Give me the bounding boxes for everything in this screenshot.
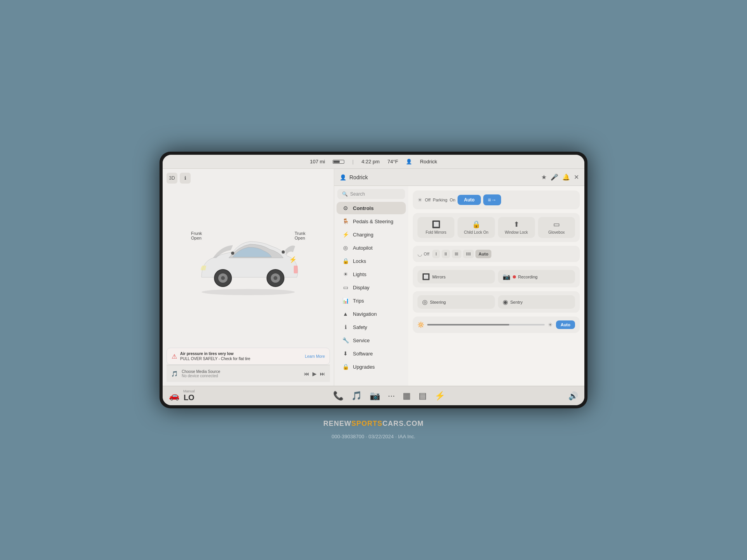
- menu-item-lights[interactable]: ☀ Lights: [337, 268, 406, 280]
- left-panel: 3D ℹ Frunk Open Trunk Open: [163, 169, 334, 386]
- wipers-section: ◡ Off I II III IIII Auto: [413, 246, 580, 262]
- taskbar-left: 🚗 Manual LO: [169, 389, 247, 402]
- gear-display: Manual LO: [183, 389, 195, 402]
- watermark-cars: CARS.COM: [382, 420, 424, 427]
- wiper-btn-auto[interactable]: Auto: [475, 250, 491, 258]
- glovebox-label: Glovebox: [548, 230, 565, 235]
- alert-learn-more[interactable]: Learn More: [305, 354, 325, 359]
- wiper-btn-1[interactable]: I: [432, 250, 440, 258]
- light-auto-button[interactable]: Auto: [458, 195, 480, 205]
- beam-button[interactable]: ≡→: [483, 194, 501, 205]
- steering-button[interactable]: ◎ Steering: [417, 295, 495, 309]
- menu-item-safety[interactable]: ℹ Safety: [337, 321, 406, 333]
- list-icon[interactable]: ▤: [419, 391, 427, 401]
- sentry-icon: ◉: [503, 298, 508, 306]
- watermark-sub: 000-39038700 · 03/22/2024 · IAA Inc.: [331, 434, 415, 439]
- media-next-button[interactable]: ⏭: [320, 371, 325, 377]
- mic-icon[interactable]: 🎤: [551, 173, 558, 181]
- controls-icon: ⊙: [342, 205, 349, 211]
- fold-mirrors-label: Fold Mirrors: [426, 230, 446, 235]
- window-lock-label: Window Lock: [505, 230, 528, 235]
- window-lock-button[interactable]: ⬆ Window Lock: [498, 217, 535, 238]
- brightness-high-icon: ☀: [548, 322, 553, 328]
- menu-item-upgrades[interactable]: 🔒 Upgrades: [337, 360, 406, 373]
- taskbar-center: 📞 🎵 📷 ··· ▦ ▤ ⚡: [247, 391, 531, 401]
- media-play-button[interactable]: ▶: [312, 371, 317, 377]
- steering-icon: ◎: [422, 298, 428, 306]
- settings-icon[interactable]: ✕: [574, 173, 579, 181]
- volume-taskbar-icon[interactable]: 🔊: [568, 391, 578, 401]
- time-display: 4:22 pm: [361, 159, 380, 164]
- more-icon[interactable]: ···: [388, 391, 395, 401]
- menu-item-autopilot[interactable]: ◎ Autopilot: [337, 242, 406, 254]
- grid-icon[interactable]: ▦: [403, 391, 411, 401]
- search-box[interactable]: 🔍 Search: [337, 189, 405, 199]
- menu-item-trips[interactable]: 📊 Trips: [337, 294, 406, 307]
- menu-label-autopilot: Autopilot: [353, 245, 373, 251]
- service-icon: 🔧: [342, 337, 349, 343]
- fold-mirrors-button[interactable]: 🔲 Fold Mirrors: [417, 217, 454, 238]
- menu-item-navigation[interactable]: ▲ Navigation: [337, 308, 406, 320]
- wiper-btn-3[interactable]: III: [452, 250, 461, 258]
- brightness-auto-button[interactable]: Auto: [556, 320, 575, 329]
- frunk-label: Frunk Open: [190, 231, 203, 241]
- camera-icon[interactable]: 📷: [370, 391, 380, 401]
- media-label2: No device connected: [182, 374, 300, 378]
- media-label1: Choose Media Source: [182, 369, 300, 374]
- svg-point-6: [274, 276, 277, 280]
- wiper-icon: ◡: [417, 251, 422, 257]
- media-bar: 🎵 Choose Media Source No device connecte…: [167, 365, 330, 382]
- status-bar: 107 mi | 4:22 pm 74°F 👤 Rodrick: [163, 155, 584, 169]
- locks-icon: 🔒: [342, 258, 349, 264]
- menu-item-display[interactable]: ▭ Display: [337, 281, 406, 294]
- child-lock-button[interactable]: 🔒 Child Lock On: [458, 217, 494, 238]
- menu-item-service[interactable]: 🔧 Service: [337, 334, 406, 346]
- menu-label-upgrades: Upgrades: [353, 364, 375, 370]
- user-header: 👤 Rodrick ★ 🎤 🔔 ✕: [334, 169, 584, 186]
- media-prev-button[interactable]: ⏮: [304, 371, 309, 377]
- 3d-view-button[interactable]: 3D: [167, 173, 177, 184]
- brightness-slider[interactable]: [427, 324, 545, 326]
- main-content: 3D ℹ Frunk Open Trunk Open: [163, 169, 584, 386]
- car-visualization: Frunk Open Trunk Open: [167, 187, 330, 345]
- menu-label-service: Service: [353, 338, 370, 343]
- wiper-btn-4[interactable]: IIII: [463, 250, 474, 258]
- menu-item-locks[interactable]: 🔒 Locks: [337, 255, 406, 267]
- pedals-icon: 🪑: [342, 218, 349, 224]
- watermark: RENEWSPORTSCARS.COM: [323, 420, 424, 428]
- bluetooth-icon[interactable]: ⚡: [435, 391, 445, 401]
- car-svg: ⚡: [186, 227, 310, 297]
- mirrors-button[interactable]: 🔲 Mirrors: [417, 270, 495, 284]
- music-icon[interactable]: 🎵: [351, 391, 362, 401]
- menu-label-trips: Trips: [353, 298, 364, 304]
- info-button[interactable]: ℹ: [180, 173, 191, 184]
- feature-row: 🔲 Mirrors 📷 Recording: [417, 270, 575, 284]
- brightness-low-icon: 🔆: [417, 322, 424, 328]
- star-icon[interactable]: ★: [541, 173, 547, 181]
- light-option-off[interactable]: Off: [425, 198, 430, 202]
- light-option-on[interactable]: On: [450, 198, 456, 202]
- menu-item-controls[interactable]: ⊙ Controls: [337, 202, 406, 214]
- panel-icons: 3D ℹ: [167, 173, 330, 184]
- menu-item-software[interactable]: ⬇ Software: [337, 347, 406, 360]
- car-svg-container: Frunk Open Trunk Open: [186, 227, 310, 304]
- screen-container: 107 mi | 4:22 pm 74°F 👤 Rodrick 3D ℹ: [160, 152, 587, 408]
- volume-icon[interactable]: 🔔: [562, 173, 570, 181]
- door-controls-section: 🔲 Fold Mirrors 🔒 Child Lock On ⬆ Window: [413, 213, 580, 242]
- glovebox-button[interactable]: ▭ Glovebox: [538, 217, 575, 238]
- gear-label: LO: [184, 393, 195, 402]
- wiper-row: ◡ Off I II III IIII Auto: [417, 250, 575, 258]
- user-header-name: Rodrick: [349, 174, 368, 180]
- user-header-icon: 👤: [340, 174, 346, 180]
- light-option-parking[interactable]: Parking: [433, 198, 447, 202]
- phone-icon[interactable]: 📞: [333, 391, 344, 401]
- wiper-btn-2[interactable]: II: [442, 250, 450, 258]
- menu-label-display: Display: [353, 285, 370, 290]
- recording-button[interactable]: 📷 Recording: [498, 270, 575, 284]
- svg-point-10: [282, 250, 285, 254]
- menu-item-pedals[interactable]: 🪑 Pedals & Steering: [337, 215, 406, 228]
- car-icon[interactable]: 🚗: [169, 391, 179, 401]
- menu-item-charging[interactable]: ⚡ Charging: [337, 228, 406, 241]
- sentry-button[interactable]: ◉ Sentry: [498, 295, 575, 309]
- steering-sentry-section: ◎ Steering ◉ Sentry: [413, 291, 580, 313]
